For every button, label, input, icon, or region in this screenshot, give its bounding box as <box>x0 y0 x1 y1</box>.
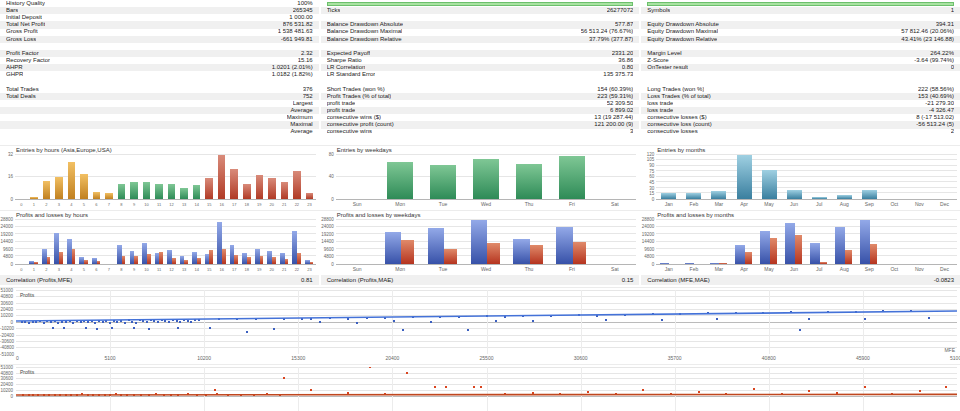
chart-profits-losses-by-months: Profits and losses by months 04800960014… <box>641 211 960 273</box>
x-tick-label: 12 <box>165 201 178 208</box>
correlation-label: Correlation (MFE,MAE) <box>647 275 709 285</box>
y-tick-label: 90 <box>641 163 654 168</box>
x-axis-labels: JanFebMarAprMayJunJulAugSepOctNovDec <box>656 201 957 208</box>
gridline <box>656 165 957 166</box>
x-tick-label: Thu <box>507 266 550 273</box>
losses-bar <box>59 252 63 263</box>
stat-row: Average <box>0 107 319 114</box>
plot-area <box>656 155 957 200</box>
stat-label: consecutive wins <box>327 128 372 135</box>
stat-value: 1.0182 (1.82%) <box>272 71 313 78</box>
y-tick-label: 19200 <box>641 232 654 237</box>
entries-bar <box>118 184 126 199</box>
chart-profits-losses-by-weekdays: Profits and losses by weekdays 048009600… <box>321 211 640 273</box>
x-axis-name: MFE <box>944 347 955 353</box>
stat-row: Short Trades (won %)154 (60.39%) <box>321 86 640 93</box>
stat-separator-row <box>641 79 960 86</box>
y-axis-labels: 51000408003060020400102000-10200-20400-3… <box>0 290 15 354</box>
entries-bar <box>559 156 585 199</box>
stat-value: -3.64 (99.74%) <box>914 57 954 64</box>
stat-row: consecutive wins ($)13 (19 287.44) <box>321 114 640 121</box>
correlation-header-row: Correlation (Profits,MFE) 0.81 Correlati… <box>0 275 960 285</box>
x-tick-label: 11 <box>153 266 166 273</box>
profits-bar <box>760 231 770 264</box>
x-axis-labels: SunMonTueWedThuFriSat <box>336 201 637 208</box>
entries-bar <box>230 169 238 199</box>
profits-bar <box>556 227 572 263</box>
entries-bar <box>281 182 289 199</box>
y-tick-label: 30600 <box>0 301 13 306</box>
losses-bar <box>247 257 251 264</box>
entries-charts-band: Entries by hours (Asia,Europe,USA) 01632… <box>0 145 960 208</box>
x-tick-label: 6 <box>90 266 103 273</box>
stat-row: Gross Profit1 538 481.63 <box>0 29 319 36</box>
x-tick-label: Fri <box>550 201 593 208</box>
y-tick-label: 0 <box>641 197 654 202</box>
x-tick-label: Tue <box>422 266 465 273</box>
stat-row: Total Net Profit876 531.82 <box>0 21 319 28</box>
stat-row: consecutive loss (count)-56 513.24 (5) <box>641 121 960 128</box>
entries-bar <box>130 182 138 199</box>
stats-column-left: History Quality100%Bars265345Initial Dep… <box>0 0 319 143</box>
correlation-profits-mfe: Correlation (Profits,MFE) 0.81 <box>0 275 319 285</box>
chart-title: Profits and losses by hours <box>16 212 88 218</box>
y-tick-label: 0 <box>321 262 334 267</box>
losses-bar <box>573 242 586 264</box>
x-tick-label: 0 <box>15 201 28 208</box>
stat-value: 43.41% (23 146.88) <box>901 36 954 43</box>
y-tick-label: 9600 <box>321 247 334 252</box>
stat-row: profit trade6 899.02 <box>321 107 640 114</box>
x-tick-label: 18 <box>241 266 254 273</box>
y-tick-label: 14400 <box>321 239 334 244</box>
stat-separator-row <box>321 14 640 21</box>
stat-value: -56 513.24 (5) <box>916 121 954 128</box>
y-tick-label: 60 <box>641 174 654 179</box>
x-tick-label: Nov <box>907 201 932 208</box>
x-tick-label: 45900 <box>856 354 870 362</box>
profits-bar <box>685 263 695 264</box>
y-tick-label: 40800 <box>0 294 13 299</box>
losses-bar <box>401 240 414 264</box>
profits-bar <box>785 223 795 263</box>
stat-value: 2 <box>951 128 954 135</box>
y-tick-label: 0 <box>641 262 654 267</box>
profits-bar <box>860 220 870 264</box>
x-tick-label: Sun <box>336 266 379 273</box>
plot-area <box>15 220 316 265</box>
profits-bar <box>735 245 745 263</box>
y-axis-labels: 04080 <box>321 155 335 200</box>
x-tick-label: 19 <box>253 201 266 208</box>
entries-bar <box>686 193 701 199</box>
x-tick-label: Jun <box>782 266 807 273</box>
x-tick-label: May <box>757 266 782 273</box>
stat-value: 37.79% (377.87) <box>589 36 633 43</box>
x-tick-label: Fri <box>550 266 593 273</box>
entries-bar <box>205 178 213 199</box>
stat-row: Equity Drawdown Relative43.41% (23 146.8… <box>641 36 960 43</box>
y-tick-label: 9600 <box>641 247 654 252</box>
losses-bar <box>234 255 238 264</box>
x-tick-label: Tue <box>422 201 465 208</box>
x-tick-label: Aug <box>832 266 857 273</box>
gridline <box>656 159 957 160</box>
stat-separator-row <box>0 136 319 143</box>
stats-column-middle: Ticks26277072Balance Drawdown Absolute57… <box>321 0 640 143</box>
y-tick-label: 10200 <box>0 313 13 318</box>
y-tick-label: -20400 <box>0 333 13 338</box>
stat-row: Margin Level264.22% <box>641 50 960 57</box>
gridline <box>656 192 957 193</box>
losses-bar <box>34 262 38 263</box>
stat-row: AHPR1.0201 (2.01%) <box>0 64 319 71</box>
stat-row: Z-Score-3.64 (99.74%) <box>641 57 960 64</box>
losses-bar <box>820 262 828 264</box>
y-tick-label: 4800 <box>321 254 334 259</box>
losses-bar <box>285 259 289 264</box>
correlation-value: 0.81 <box>301 275 313 285</box>
losses-bar <box>845 250 853 264</box>
x-tick-label: Sun <box>336 201 379 208</box>
plot-area <box>656 220 957 265</box>
y-tick-label: -51000 <box>0 352 13 357</box>
x-tick-label: 35700 <box>668 354 682 362</box>
x-axis-labels: 01234567891011121314151617181920212223 <box>15 266 316 273</box>
gridline <box>656 248 957 249</box>
